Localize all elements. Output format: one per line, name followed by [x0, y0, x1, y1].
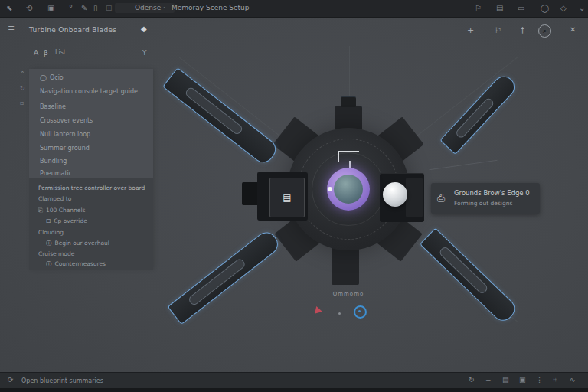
- module-face: [406, 178, 423, 217]
- window-title: Memoray Scene Setup: [172, 4, 249, 11]
- flag-icon[interactable]: ⚐: [475, 3, 482, 14]
- rows-icon[interactable]: ▤: [502, 376, 509, 384]
- pen-icon[interactable]: ✎: [81, 3, 87, 14]
- blade-slot: [188, 257, 247, 306]
- collapse-icon[interactable]: ⌃: [20, 70, 25, 77]
- tooltip-subtitle: Forming out designs: [454, 200, 512, 207]
- printer-icon: ⎙: [437, 192, 445, 204]
- core-lens: [334, 175, 363, 204]
- target-gizmo-icon[interactable]: [354, 305, 367, 318]
- list-item[interactable]: Bundling: [40, 158, 147, 167]
- blade-upper-right[interactable]: [439, 72, 519, 155]
- property-row[interactable]: ⓘCountermeasures: [46, 260, 149, 268]
- sync-icon[interactable]: ↻: [469, 376, 475, 384]
- diamond-icon[interactable]: ◇: [560, 3, 567, 14]
- light-sphere[interactable]: [383, 182, 407, 207]
- info-icon: ⓘ: [46, 260, 52, 267]
- property-row[interactable]: ⎘100 Channels: [38, 207, 149, 214]
- chevron-down-icon[interactable]: ⌄: [579, 3, 585, 14]
- blade-lower-left[interactable]: [167, 228, 282, 325]
- toggle-b[interactable]: β: [44, 49, 48, 57]
- toggle-a[interactable]: A: [34, 49, 38, 57]
- list-item[interactable]: Null lantern loop: [40, 131, 147, 140]
- filter-icon[interactable]: Y: [142, 49, 147, 57]
- pin-icon[interactable]: †: [521, 26, 524, 34]
- property-row[interactable]: Clouding: [38, 229, 149, 236]
- list-item[interactable]: Summer ground: [40, 145, 147, 154]
- breadcrumb-separator: ·: [163, 4, 165, 11]
- blade-slot: [438, 246, 488, 296]
- search-icon[interactable]: ⌕: [538, 24, 551, 38]
- page-icon[interactable]: ▯: [93, 3, 98, 14]
- layers-icon[interactable]: ≣: [8, 24, 15, 34]
- tooltip: ⎙ Grounds Brow's Edge 0 Forming out desi…: [431, 183, 540, 214]
- breadcrumb[interactable]: Odense: [135, 4, 161, 11]
- outliner-list: ◯Ocio Navigation console target guide Ba…: [29, 69, 153, 178]
- list-item-label: Crossover events: [40, 117, 93, 124]
- info-icon: ⓘ: [46, 240, 52, 247]
- module-plate: ▤: [270, 178, 305, 217]
- columns-icon[interactable]: ▭: [518, 3, 524, 14]
- search-glyph: ⌕: [543, 27, 547, 34]
- diamond-marker-icon[interactable]: ◆: [141, 24, 147, 33]
- camera-module[interactable]: ▤: [257, 172, 308, 220]
- circle-icon[interactable]: ◯: [541, 3, 549, 14]
- property-label: Countermeasures: [55, 260, 106, 267]
- blade-lower-right[interactable]: [420, 227, 519, 325]
- viewport-caption: Ommomo: [333, 291, 364, 297]
- blade-upper-left[interactable]: [162, 67, 280, 167]
- play-gizmo-icon[interactable]: [315, 306, 323, 315]
- wave-icon[interactable]: ∿: [570, 376, 576, 384]
- properties-section: Permission tree controller over board Cl…: [29, 178, 153, 270]
- viewport-title: Turbine Onboard Blades: [29, 26, 116, 34]
- property-label: 100 Channels: [46, 207, 85, 214]
- blade-top-cap: [341, 96, 356, 107]
- history-icon[interactable]: ↻: [20, 85, 25, 92]
- list-item-label: Navigation console target guide: [40, 88, 138, 95]
- property-row[interactable]: Cruise mode: [38, 250, 149, 257]
- property-label: Cruise mode: [38, 250, 74, 257]
- property-row[interactable]: Clamped to: [38, 195, 149, 202]
- box-icon[interactable]: ▣: [519, 376, 526, 384]
- list-item[interactable]: Baseline: [40, 103, 147, 113]
- blade-slot: [455, 96, 495, 139]
- core-purple-ring[interactable]: [327, 168, 370, 211]
- rows-icon[interactable]: ▤: [496, 3, 503, 14]
- frame-icon[interactable]: ▣: [47, 3, 54, 14]
- left-panel: ◯Ocio Navigation console target guide Ba…: [29, 69, 153, 270]
- degree-icon[interactable]: °: [69, 3, 73, 14]
- property-label: Begin our overhaul: [55, 240, 109, 247]
- filter-label: List: [55, 49, 66, 56]
- more-icon[interactable]: ⋮: [536, 376, 543, 384]
- dot-icon[interactable]: ▫: [20, 100, 24, 106]
- list-item[interactable]: ◯Ocio: [40, 74, 147, 83]
- box-icon: ⊡: [46, 217, 51, 224]
- module-icon: ▤: [283, 192, 291, 203]
- property-label: Clamped to: [38, 195, 71, 202]
- add-icon[interactable]: +: [467, 25, 474, 35]
- minus-icon[interactable]: −: [485, 376, 492, 384]
- property-row[interactable]: ⊡Cp override: [46, 217, 149, 224]
- blade-slot: [184, 86, 244, 136]
- list-item-label: Pneumatic: [40, 170, 72, 177]
- list-item[interactable]: Navigation console target guide: [40, 88, 147, 97]
- core-highlight-dot: [328, 187, 332, 191]
- bottom-edge: [0, 388, 588, 392]
- grid-icon[interactable]: ⊞: [106, 3, 112, 14]
- list-item-label: Ocio: [50, 74, 64, 81]
- property-label: Clouding: [38, 229, 64, 236]
- focus-bracket: [338, 151, 359, 162]
- flag-tool-icon[interactable]: ⚐: [495, 26, 501, 34]
- undo-icon[interactable]: ⟲: [26, 3, 32, 14]
- tooltip-title: Grounds Brow's Edge 0: [454, 189, 530, 197]
- focus-bracket-stem: [349, 161, 351, 168]
- cursor-icon[interactable]: ⬉: [6, 3, 12, 14]
- close-icon[interactable]: ✕: [570, 25, 576, 34]
- property-row[interactable]: ⓘBegin our overhaul: [46, 240, 149, 247]
- grid-icon[interactable]: ⌗: [553, 376, 557, 384]
- list-item[interactable]: Crossover events: [40, 117, 147, 126]
- spinner-icon: ⟳: [8, 376, 14, 384]
- copy-icon: ⎘: [38, 207, 43, 214]
- circle-item-icon: ◯: [40, 74, 47, 81]
- dot-gizmo[interactable]: [338, 312, 341, 315]
